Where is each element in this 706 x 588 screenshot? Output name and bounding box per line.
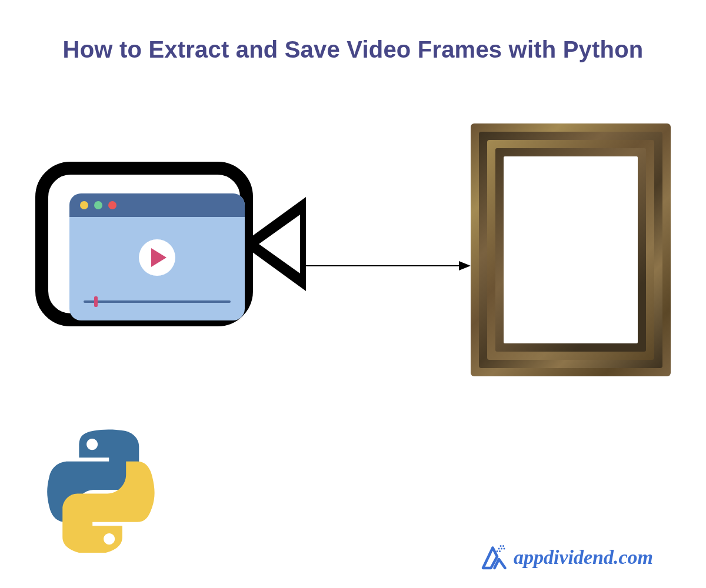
browser-titlebar-icon bbox=[69, 193, 245, 217]
video-camera-icon bbox=[35, 162, 306, 368]
appdividend-logo-icon bbox=[479, 543, 508, 572]
svg-point-5 bbox=[501, 548, 502, 550]
play-button-icon bbox=[139, 239, 175, 276]
svg-point-8 bbox=[499, 550, 501, 552]
window-dot-yellow-icon bbox=[80, 201, 88, 209]
window-dot-red-icon bbox=[108, 201, 116, 209]
play-triangle-icon bbox=[151, 248, 166, 267]
diagram-canvas: How to Extract and Save Video Frames wit… bbox=[0, 0, 706, 588]
browser-video-player-icon bbox=[69, 193, 245, 320]
svg-point-6 bbox=[503, 548, 505, 550]
arrow-right-icon bbox=[306, 260, 471, 272]
camera-body-icon bbox=[35, 162, 253, 326]
brand-text: appdividend.com bbox=[514, 546, 653, 569]
python-logo-icon bbox=[47, 429, 171, 553]
svg-point-2 bbox=[499, 545, 501, 547]
frame-canvas-icon bbox=[504, 156, 638, 343]
svg-marker-1 bbox=[459, 261, 471, 270]
camera-lens-inner-icon bbox=[259, 215, 300, 273]
brand: appdividend.com bbox=[479, 543, 653, 572]
svg-point-4 bbox=[498, 548, 499, 550]
picture-frame-icon bbox=[471, 123, 671, 376]
seek-knob-icon bbox=[94, 296, 98, 307]
svg-point-3 bbox=[502, 545, 504, 547]
window-dot-green-icon bbox=[94, 201, 102, 209]
page-title: How to Extract and Save Video Frames wit… bbox=[0, 36, 706, 63]
svg-point-7 bbox=[496, 550, 498, 552]
seek-bar-icon bbox=[84, 300, 231, 303]
